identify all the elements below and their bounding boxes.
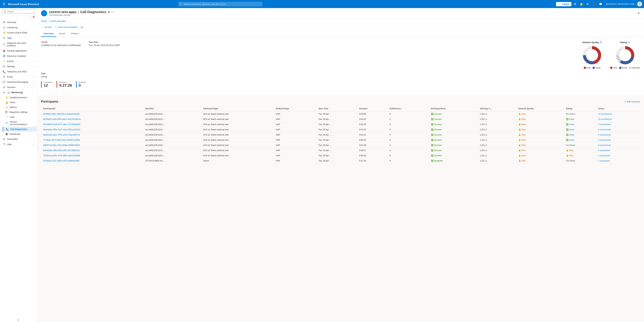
sidebar-pin-icon[interactable]: 📌 <box>32 16 35 18</box>
issues-link[interactable]: 16 occurrences <box>598 113 612 115</box>
issues-link[interactable]: 1 occurrence <box>598 149 610 152</box>
cell-participant-id: 556037ad-5d2c-451e-83bd-20606c63b3f <box>41 143 143 148</box>
tab-issues[interactable]: Issues <box>56 30 68 37</box>
cell-duration: 0:00:52 <box>357 138 388 143</box>
sidebar-item-overview[interactable]: ⊞ Overview <box>0 20 37 25</box>
participant-id-link[interactable]: b5154626-81a6-4677-a6cc-27c20abd4b3 <box>43 123 80 126</box>
feedback-icon[interactable]: 🖥 <box>573 2 578 6</box>
issues-link[interactable]: 1 occurrence <box>598 155 610 157</box>
sidebar-item-activity-log[interactable]: 📋 Activity log <box>0 25 37 30</box>
rating-info-icon[interactable]: ⓘ <box>628 41 630 44</box>
feedback-button[interactable]: 📊 <box>80 26 83 28</box>
tab-timeline[interactable]: Timeline <box>68 30 82 37</box>
issues-link[interactable]: 1 occurrence <box>598 160 610 162</box>
issues-link[interactable]: 5 occurrences <box>598 129 611 131</box>
email-chevron: › <box>34 76 34 78</box>
issues-link[interactable]: 5 occurrences <box>598 139 611 141</box>
cell-start-time: Tue, 30 Apr ... <box>316 148 357 153</box>
cell-network-quality: ⚠️ Poor <box>516 127 564 132</box>
participant-id-link[interactable]: b705ac02-5d17-48d2-a870-49d04ea3f67 <box>43 160 80 162</box>
network-quality-info-icon[interactable]: ⓘ <box>600 41 602 44</box>
sidebar-item-tags[interactable]: 🏷 Tags <box>0 35 37 40</box>
sidebar-item-samples[interactable]: 📦 Sample applications <box>0 48 37 53</box>
sidebar-item-automation[interactable]: ⚙ Automation › <box>0 137 37 142</box>
participant-end-value: Success <box>434 118 442 120</box>
tab-overview[interactable]: Overview <box>41 30 56 37</box>
global-search <box>178 2 279 6</box>
all-calls-button[interactable]: ← All calls <box>41 26 52 28</box>
sidebar-search-input[interactable] <box>7 10 33 13</box>
dropped-metric: Dropped 0 <box>76 81 86 88</box>
sidebar-item-visualizer[interactable]: 🌐 Resource visualizer <box>0 53 37 59</box>
global-search-input[interactable] <box>178 2 262 6</box>
sidebar-sub-label: Workbooks <box>10 133 21 135</box>
issues-link[interactable]: 15 occurrences <box>598 118 612 120</box>
warning-icon: ⚠️ <box>518 155 521 157</box>
network-quality-donut <box>582 45 602 65</box>
participant-id-link[interactable]: 8d0abc89-c48a-46ac-b901-83729db132c <box>43 149 80 152</box>
user-account[interactable]: MICROSOFT (MICROSOFT.ONMI... <box>606 3 636 5</box>
success-icon: ✅ <box>431 113 434 115</box>
sidebar-item-telephony[interactable]: 📞 Telephony and SMS › <box>0 69 37 74</box>
network-quality-chart: Network Quality ⓘ <box>582 41 602 69</box>
participant-id-link[interactable]: ed7dac61-ef6b-4545-a9c4-454c32cd5e3a <box>43 118 81 120</box>
issues-link[interactable]: 7 occurrences <box>598 123 611 126</box>
sidebar-item-iam[interactable]: 🔑 Access control (IAM) <box>0 30 37 35</box>
sidebar-item-settings[interactable]: ⚙ Settings › <box>0 64 37 69</box>
sidebar-item-email[interactable]: ✉ Email › <box>0 74 37 79</box>
sidebar-item-label: Settings <box>7 65 15 68</box>
sidebar-item-advisor[interactable]: 💎 Advisor recommendations <box>3 119 37 127</box>
participant-id-link[interactable]: 771ffa61-4673-495d-a4fa-d24887acd959 <box>43 139 80 141</box>
participant-id-link[interactable]: df1996cd-b9ec-4b6f-b61f-29aaa9c8cd95 <box>43 113 80 115</box>
issues-link[interactable]: 3 occurrences <box>598 144 611 146</box>
issues-link[interactable]: 5 occurrences <box>598 134 611 136</box>
cell-rating: ✅ Good <box>564 122 596 127</box>
participant-id-link[interactable]: da382ca4-bae1-4783-a31d-46aee89f718 <box>43 134 80 136</box>
breadcrumb-home[interactable]: Home <box>41 20 47 22</box>
avatar[interactable]: M <box>637 2 642 6</box>
sidebar-item-insights[interactable]: 💡 Insights (preview) <box>3 95 37 100</box>
app-title: Microsoft Azure (Preview) <box>8 3 39 5</box>
sidebar-item-monitoring[interactable]: ∨ 📊 Monitoring <box>0 90 37 95</box>
cell-identifier: acs:efd3c229-b212-... <box>143 122 201 127</box>
feedback2-icon[interactable]: 💬 <box>598 2 603 6</box>
sidebar-item-logs[interactable]: 📄 Logs <box>3 115 37 119</box>
sidebar-item-help[interactable]: ❓ Help › <box>0 142 37 147</box>
cell-duration: 0:01:22 <box>357 132 388 138</box>
search-icon: 🔍 <box>4 10 6 13</box>
sidebar-item-advanced-messaging[interactable]: 💬 Advanced Messaging › <box>0 79 37 85</box>
sidebar-item-metrics[interactable]: 📈 Metrics <box>3 105 37 110</box>
events-chevron: › <box>34 60 34 62</box>
participant-id-link[interactable]: 556037ad-5d2c-451e-83bd-20606c63b3f <box>43 144 80 146</box>
help-icon[interactable]: ❓ <box>591 2 596 6</box>
breadcrumb-resource[interactable]: corertc-test-apps <box>50 20 66 22</box>
settings-icon[interactable]: ⚙ <box>586 2 590 6</box>
sidebar-item-call-diagnostics[interactable]: 📞 Call Diagnostics <box>3 127 37 132</box>
more-options-icon[interactable]: ··· <box>111 10 114 13</box>
sidebar-item-workbooks[interactable]: 📓 Workbooks <box>3 132 37 137</box>
rating-value: Good <box>569 134 574 136</box>
view-docs-button[interactable]: 📄 View documentation <box>54 26 78 28</box>
close-button[interactable]: ✕ <box>638 11 640 15</box>
hamburger-menu[interactable]: ☰ <box>2 1 6 6</box>
participant-id-link[interactable]: 75229caa-de52-473b-986e-00e520308f8 <box>43 155 80 157</box>
type-label: Type <box>41 72 640 75</box>
sidebar-item-services[interactable]: 🔗 Services › <box>0 85 37 90</box>
sidebar-item-label: Automation <box>7 138 18 140</box>
network-quality-value: Poor <box>522 134 526 136</box>
sidebar-item-diagnose[interactable]: 🔧 Diagnose and solve problems <box>0 40 37 48</box>
participant-id-link[interactable]: 4bed0abe-455e-4187-aa1e-f591a152f16c <box>43 129 80 131</box>
edit-columns-button[interactable]: ≡ Edit Columns <box>625 100 640 103</box>
favorite-star[interactable]: ★ <box>108 10 110 13</box>
sidebar-item-label: Telephony and SMS <box>7 70 26 73</box>
sidebar-item-events[interactable]: ⚡ Events › <box>0 59 37 64</box>
start-date-label: Start Date <box>89 41 120 43</box>
notifications-icon[interactable]: 🔔 <box>579 2 584 6</box>
sidebar-item-diagnostic-settings[interactable]: 🛠 Diagnostic settings <box>3 110 37 115</box>
cell-duration: 0:00:27 <box>357 148 388 153</box>
sidebar-scroll-down[interactable]: ▼ <box>0 318 37 322</box>
sidebar-item-alerts[interactable]: 🔔 Alerts <box>3 100 37 105</box>
cell-end-reason: 0 <box>388 127 429 132</box>
sidebar-collapse-icon[interactable]: ⟨ <box>30 16 31 18</box>
copilot-button[interactable]: ✨ Copilot <box>556 2 571 6</box>
